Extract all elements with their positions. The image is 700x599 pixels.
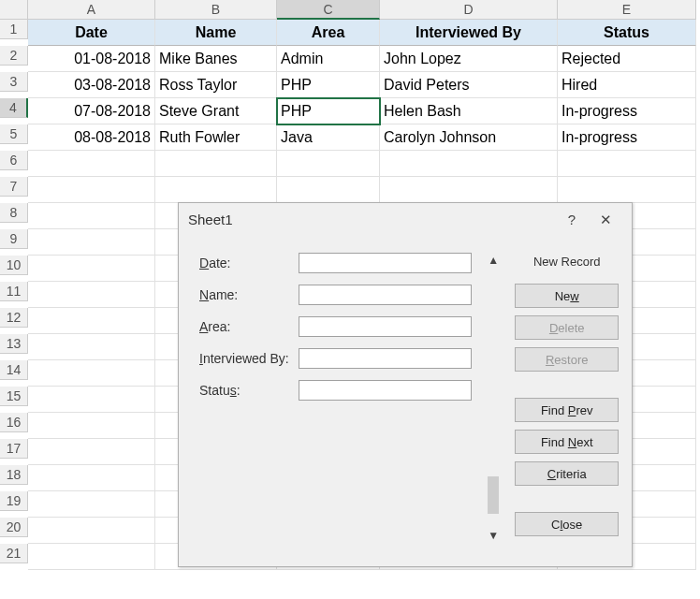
row-header-11[interactable]: 11 (0, 282, 28, 301)
row-header-19[interactable]: 19 (0, 491, 28, 511)
scroll-down-icon[interactable]: ▼ (485, 527, 502, 544)
scroll-track[interactable] (486, 272, 501, 523)
header-name[interactable]: Name (155, 20, 277, 46)
col-header-A[interactable]: A (28, 0, 155, 20)
cell[interactable] (380, 151, 558, 177)
row-header-16[interactable]: 16 (0, 413, 28, 432)
cell[interactable]: Java (277, 124, 380, 151)
row-header-9[interactable]: 9 (0, 229, 28, 249)
label-name: Name: (199, 287, 299, 302)
close-icon[interactable]: ✕ (589, 203, 622, 237)
input-interviewed-by[interactable] (299, 348, 472, 369)
row-header-17[interactable]: 17 (0, 439, 28, 459)
cell[interactable]: 07-08-2018 (28, 98, 155, 124)
row-header-10[interactable]: 10 (0, 256, 28, 275)
row-header-7[interactable]: 7 (0, 177, 28, 197)
row-header-18[interactable]: 18 (0, 465, 28, 485)
cell[interactable] (28, 256, 155, 282)
cell[interactable] (28, 177, 155, 203)
cell[interactable] (28, 308, 155, 334)
header-date[interactable]: Date (28, 20, 155, 46)
restore-button[interactable]: Restore (515, 347, 619, 372)
cell[interactable]: In-progress (558, 124, 696, 151)
cell[interactable]: John Lopez (380, 46, 558, 72)
row-header-20[interactable]: 20 (0, 518, 28, 537)
row-header-5[interactable]: 5 (0, 124, 28, 144)
scroll-thumb[interactable] (488, 476, 499, 514)
input-status[interactable] (299, 380, 472, 401)
row-header-14[interactable]: 14 (0, 360, 28, 380)
cell[interactable] (277, 151, 380, 177)
header-status[interactable]: Status (558, 20, 696, 46)
col-header-D[interactable]: D (380, 0, 558, 20)
cell[interactable] (28, 465, 155, 491)
cell[interactable] (28, 413, 155, 439)
cell[interactable] (558, 177, 696, 203)
cell[interactable]: Hired (558, 72, 696, 98)
cell[interactable]: Admin (277, 46, 380, 72)
col-header-E[interactable]: E (558, 0, 696, 20)
row-header-8[interactable]: 8 (0, 203, 28, 223)
cell[interactable] (28, 229, 155, 256)
help-button[interactable]: ? (555, 203, 589, 237)
cell[interactable]: PHP (277, 72, 380, 98)
input-date[interactable] (299, 253, 472, 273)
row-header-12[interactable]: 12 (0, 308, 28, 328)
cell[interactable]: Rejected (558, 46, 696, 72)
cell[interactable] (558, 151, 696, 177)
row-header-2[interactable]: 2 (0, 46, 28, 66)
find-prev-button[interactable]: Find Prev (515, 398, 619, 422)
cell[interactable] (28, 360, 155, 387)
new-button[interactable]: New (515, 284, 619, 308)
criteria-button[interactable]: Criteria (515, 461, 619, 486)
row-header-21[interactable]: 21 (0, 544, 28, 563)
label-date: Date: (199, 256, 299, 270)
header-area[interactable]: Area (277, 20, 380, 46)
cell[interactable]: In-progress (558, 98, 696, 124)
active-cell[interactable]: PHP (277, 98, 380, 124)
close-button[interactable]: Close (515, 512, 619, 536)
find-next-button[interactable]: Find Next (515, 430, 619, 454)
row-header-1[interactable]: 1 (0, 20, 28, 39)
cell[interactable] (28, 491, 155, 518)
cell[interactable] (155, 151, 277, 177)
cell[interactable] (28, 282, 155, 308)
row-header-13[interactable]: 13 (0, 334, 28, 354)
col-header-C[interactable]: C (277, 0, 380, 20)
form-fields: Date: Name: Area: Interviewed By: Status… (199, 252, 472, 544)
select-all-corner[interactable] (0, 0, 28, 20)
cell[interactable]: Ross Taylor (155, 72, 277, 98)
delete-button[interactable]: Delete (515, 315, 619, 340)
cell[interactable]: Helen Bash (380, 98, 558, 124)
cell[interactable] (28, 544, 155, 570)
row-header-6[interactable]: 6 (0, 151, 28, 170)
cell[interactable]: Ruth Fowler (155, 124, 277, 151)
cell[interactable] (28, 203, 155, 229)
record-scrollbar[interactable]: ▲ ▼ (485, 252, 502, 544)
dialog-titlebar[interactable]: Sheet1 ? ✕ (179, 203, 632, 237)
cell[interactable]: Carolyn Johnson (380, 124, 558, 151)
cell[interactable] (28, 387, 155, 413)
cell[interactable] (28, 151, 155, 177)
cell[interactable]: Mike Banes (155, 46, 277, 72)
cell[interactable]: Steve Grant (155, 98, 277, 124)
col-header-B[interactable]: B (155, 0, 277, 20)
row-header-4[interactable]: 4 (0, 98, 28, 118)
input-area[interactable] (299, 316, 472, 337)
cell[interactable]: 01-08-2018 (28, 46, 155, 72)
cell[interactable] (28, 334, 155, 360)
row-header-15[interactable]: 15 (0, 387, 28, 406)
cell[interactable] (28, 439, 155, 465)
cell[interactable]: 03-08-2018 (28, 72, 155, 98)
cell[interactable]: David Peters (380, 72, 558, 98)
cell[interactable]: 08-08-2018 (28, 124, 155, 151)
cell[interactable] (28, 518, 155, 544)
cell[interactable] (155, 177, 277, 203)
cell[interactable] (277, 177, 380, 203)
input-name[interactable] (299, 285, 472, 305)
scroll-up-icon[interactable]: ▲ (485, 252, 502, 269)
header-interviewed-by[interactable]: Interviewed By (380, 20, 558, 46)
row-header-3[interactable]: 3 (0, 72, 28, 92)
cell[interactable] (380, 177, 558, 203)
label-status: Status: (199, 383, 299, 398)
